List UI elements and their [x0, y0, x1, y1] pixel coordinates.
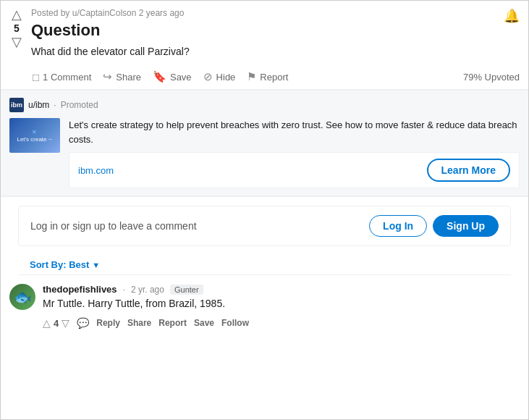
action-bar: □ 1 Comment ↪ Share 🔖 Save ⊘ Hide ⚑ Repo…: [1, 64, 528, 90]
ad-thumbnail-inner: ✕ Let's create→: [9, 118, 60, 153]
comment-reply-icon: 💬: [77, 317, 89, 329]
save-icon: 🔖: [153, 70, 166, 83]
sort-arrow[interactable]: ▼: [92, 261, 100, 269]
comment-follow-button[interactable]: Follow: [221, 318, 249, 328]
comment-share-button[interactable]: Share: [127, 318, 151, 328]
reply-button[interactable]: Reply: [96, 318, 120, 328]
sort-wrapper: Sort By: Best ▼: [1, 255, 528, 275]
comment-action[interactable]: □ 1 Comment: [33, 71, 91, 83]
login-prompt-text: Log in or sign up to leave a comment: [30, 220, 197, 232]
post-body: What did the elevator call Parzival?: [31, 46, 496, 57]
hide-icon: ⊘: [203, 70, 213, 83]
share-label: Share: [116, 72, 141, 83]
comment-section: 🐟 thedopefishlives · 2 yr. ago Gunter Mr…: [1, 275, 528, 337]
hide-label: Hide: [216, 72, 236, 83]
comment-login-section: Log in or sign up to leave a comment Log…: [18, 206, 511, 246]
report-action[interactable]: ⚑ Report: [247, 70, 288, 83]
ad-header: ibm u/ibm · Promoted: [9, 98, 520, 112]
save-label: Save: [170, 72, 192, 83]
sort-bar: Sort By: Best ▼: [18, 255, 511, 275]
comment-flair: Gunter: [170, 285, 203, 295]
sort-label[interactable]: Sort By: Best: [30, 259, 89, 270]
comment-upvote-button[interactable]: △: [43, 317, 51, 329]
sign-up-button[interactable]: Sign Up: [433, 215, 499, 237]
ad-username: u/ibm: [28, 100, 49, 110]
upvote-button[interactable]: △: [12, 8, 22, 21]
ad-body: ✕ Let's create→ Let's create strategy to…: [9, 118, 520, 188]
ad-thumbnail: ✕ Let's create→: [9, 118, 60, 153]
comment-timestamp: 2 yr. ago: [131, 285, 164, 295]
login-wrapper: Log in or sign up to leave a comment Log…: [1, 206, 528, 246]
comment-username[interactable]: thedopefishlives: [43, 284, 117, 295]
ad-url[interactable]: ibm.com: [78, 165, 114, 176]
comment-save-button[interactable]: Save: [194, 318, 214, 328]
learn-more-button[interactable]: Learn More: [427, 159, 510, 182]
comment-meta: thedopefishlives · 2 yr. ago Gunter: [43, 284, 520, 295]
ad-description: Let's create strategy to help prevent br…: [69, 118, 520, 146]
ad-link-bar: ibm.com Learn More: [69, 152, 520, 188]
avatar: 🐟: [9, 284, 35, 310]
save-action[interactable]: 🔖 Save: [153, 70, 192, 83]
post-meta: Posted by u/CaptainColson 2 years ago: [31, 8, 496, 18]
comment-vote: △ 4 ▽: [43, 317, 69, 329]
share-action[interactable]: ↪ Share: [103, 70, 141, 83]
share-icon: ↪: [103, 70, 112, 83]
ad-text-content: Let's create strategy to help prevent br…: [69, 118, 520, 188]
comment-text: Mr Tuttle. Harry Tuttle, from Brazil, 19…: [43, 296, 520, 311]
ad-promoted-label: Promoted: [61, 100, 98, 110]
comment-body: thedopefishlives · 2 yr. ago Gunter Mr T…: [43, 284, 520, 329]
log-in-button[interactable]: Log In: [369, 215, 427, 237]
report-icon: ⚑: [247, 70, 256, 83]
hide-action[interactable]: ⊘ Hide: [203, 70, 236, 83]
comment-vote-count: 4: [54, 318, 59, 329]
ad-thumbnail-text: ✕ Let's create→: [14, 125, 55, 146]
post-title: Question: [31, 21, 496, 40]
ad-avatar-text: ibm: [11, 101, 22, 109]
login-buttons: Log In Sign Up: [369, 215, 499, 237]
comment-icon: □: [33, 71, 39, 83]
comment-actions: △ 4 ▽ 💬 Reply Share Report Save Follow: [43, 317, 520, 329]
vote-count: 5: [14, 22, 20, 34]
ad-avatar: ibm: [9, 98, 24, 112]
table-row: 🐟 thedopefishlives · 2 yr. ago Gunter Mr…: [9, 284, 520, 329]
upvoted-stat: 79% Upvoted: [463, 72, 520, 83]
ad-section: ibm u/ibm · Promoted ✕ Let's create→ Let…: [1, 90, 528, 197]
avatar-image: 🐟: [14, 288, 32, 306]
comment-label: 1 Comment: [43, 72, 91, 83]
comment-downvote-button[interactable]: ▽: [62, 317, 69, 329]
report-label: Report: [260, 72, 288, 83]
comment-time: ·: [123, 285, 125, 295]
notification-icon[interactable]: 🔔: [504, 8, 520, 24]
post-content: Posted by u/CaptainColson 2 years ago Qu…: [31, 8, 496, 64]
post-header: △ 5 ▽ Posted by u/CaptainColson 2 years …: [1, 1, 528, 64]
vote-section: △ 5 ▽: [9, 8, 24, 49]
comment-report-button[interactable]: Report: [158, 318, 187, 328]
downvote-button[interactable]: ▽: [12, 35, 22, 49]
ad-dot: ·: [54, 100, 56, 110]
